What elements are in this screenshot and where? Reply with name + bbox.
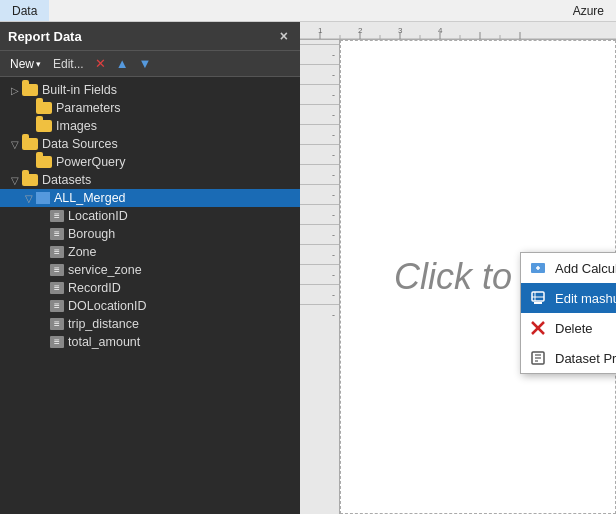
top-ruler: 1 2 3 4 (300, 22, 616, 40)
field-icon: ≡ (50, 264, 64, 276)
tree-item-powerquery[interactable]: PowerQuery (0, 153, 300, 171)
dataset-icon (36, 192, 50, 204)
ruler-dash: - (300, 164, 339, 184)
ruler-dash: - (300, 64, 339, 84)
tree-item-label: ALL_Merged (54, 191, 126, 205)
tree-item-parameters[interactable]: Parameters (0, 99, 300, 117)
folder-icon (22, 84, 38, 96)
new-chevron-icon: ▾ (36, 59, 41, 69)
svg-text:1: 1 (318, 26, 323, 35)
tree-item-label: Images (56, 119, 97, 133)
tree-item-total-amount[interactable]: ≡ total_amount (0, 333, 300, 351)
datasource-icon (36, 156, 52, 168)
ruler-dash: - (300, 184, 339, 204)
main-area: Report Data × New ▾ Edit... ✕ ▲ ▼ ▷ Buil… (0, 22, 616, 514)
tree-item-borough[interactable]: ≡ Borough (0, 225, 300, 243)
panel-title: Report Data (8, 29, 82, 44)
tree-item-label: PowerQuery (56, 155, 125, 169)
tree-item-zone[interactable]: ≡ Zone (0, 243, 300, 261)
ruler-dash: - (300, 284, 339, 304)
edit-button[interactable]: Edit... (49, 55, 88, 73)
field-icon: ≡ (50, 246, 64, 258)
report-data-panel: Report Data × New ▾ Edit... ✕ ▲ ▼ ▷ Buil… (0, 22, 300, 514)
field-icon: ≡ (50, 228, 64, 240)
ruler-dash: - (300, 304, 339, 324)
tree-item-all-merged[interactable]: ▽ ALL_Merged (0, 189, 300, 207)
svg-rect-22 (534, 302, 542, 304)
ruler-dash: - (300, 264, 339, 284)
tree-item-locationid[interactable]: ≡ LocationID (0, 207, 300, 225)
svg-text:2: 2 (358, 26, 363, 35)
tree-item-label: LocationID (68, 209, 128, 223)
svg-text:4: 4 (438, 26, 443, 35)
tree-item-service-zone[interactable]: ≡ service_zone (0, 261, 300, 279)
left-ruler: - - - - - - - - - - - - - - (300, 40, 340, 514)
tree-item-label: Built-in Fields (42, 83, 117, 97)
context-menu: Add Calculated Field... Edit mashup... (520, 252, 616, 374)
context-menu-add-calc-field[interactable]: Add Calculated Field... (521, 253, 616, 283)
tree-item-datasets[interactable]: ▽ Datasets (0, 171, 300, 189)
right-area: 1 2 3 4 - - - - - - - - - - - - - - Clic… (300, 22, 616, 514)
delete-icon (529, 319, 547, 337)
panel-toolbar: New ▾ Edit... ✕ ▲ ▼ (0, 51, 300, 77)
tree-item-label: total_amount (68, 335, 140, 349)
tree-item-label: Data Sources (42, 137, 118, 151)
context-menu-dataset-props[interactable]: Dataset Properties (521, 343, 616, 373)
folder-icon (36, 102, 52, 114)
add-calc-field-icon (529, 259, 547, 277)
tree-item-built-in-fields[interactable]: ▷ Built-in Fields (0, 81, 300, 99)
context-menu-delete[interactable]: Delete (521, 313, 616, 343)
move-down-button[interactable]: ▼ (136, 54, 155, 73)
edit-mashup-icon (529, 289, 547, 307)
ruler-dash: - (300, 44, 339, 64)
expand-icon: ▷ (8, 85, 22, 96)
folder-icon (22, 174, 38, 186)
tree-item-label: trip_distance (68, 317, 139, 331)
ruler-dash: - (300, 104, 339, 124)
tree-item-label: Parameters (56, 101, 121, 115)
field-icon: ≡ (50, 210, 64, 222)
tree-item-label: Datasets (42, 173, 91, 187)
tree-item-dolocationid[interactable]: ≡ DOLocationID (0, 297, 300, 315)
context-menu-item-label: Add Calculated Field... (555, 261, 616, 276)
context-menu-item-label: Delete (555, 321, 593, 336)
tree-item-trip-distance[interactable]: ≡ trip_distance (0, 315, 300, 333)
context-menu-edit-mashup[interactable]: Edit mashup... (521, 283, 616, 313)
expand-icon: ▽ (8, 175, 22, 186)
tree-item-label: Borough (68, 227, 115, 241)
tree-item-recordid[interactable]: ≡ RecordID (0, 279, 300, 297)
new-button[interactable]: New ▾ (6, 55, 45, 73)
ruler-dash: - (300, 244, 339, 264)
tree-item-label: DOLocationID (68, 299, 147, 313)
context-menu-item-label: Dataset Properties (555, 351, 616, 366)
panel-header: Report Data × (0, 22, 300, 51)
tree-item-images[interactable]: Images (0, 117, 300, 135)
tree-item-data-sources[interactable]: ▽ Data Sources (0, 135, 300, 153)
field-icon: ≡ (50, 336, 64, 348)
menu-azure[interactable]: Azure (561, 0, 616, 21)
tree-item-label: RecordID (68, 281, 121, 295)
field-icon: ≡ (50, 282, 64, 294)
svg-text:3: 3 (398, 26, 403, 35)
menu-data[interactable]: Data (0, 0, 49, 21)
ruler-dash: - (300, 204, 339, 224)
delete-toolbar-button[interactable]: ✕ (92, 54, 109, 73)
ruler-dash: - (300, 124, 339, 144)
close-button[interactable]: × (276, 28, 292, 44)
move-up-button[interactable]: ▲ (113, 54, 132, 73)
field-icon: ≡ (50, 318, 64, 330)
ruler-dash: - (300, 144, 339, 164)
ruler-dash: - (300, 224, 339, 244)
top-menu-bar: Data Azure (0, 0, 616, 22)
ruler-dash: - (300, 84, 339, 104)
dataset-props-icon (529, 349, 547, 367)
folder-icon (22, 138, 38, 150)
tree-item-label: Zone (68, 245, 97, 259)
folder-icon (36, 120, 52, 132)
field-icon: ≡ (50, 300, 64, 312)
expand-icon: ▽ (22, 193, 36, 204)
tree-item-label: service_zone (68, 263, 142, 277)
tree-container: ▷ Built-in Fields Parameters Images (0, 77, 300, 514)
expand-icon: ▽ (8, 139, 22, 150)
context-menu-item-label: Edit mashup... (555, 291, 616, 306)
